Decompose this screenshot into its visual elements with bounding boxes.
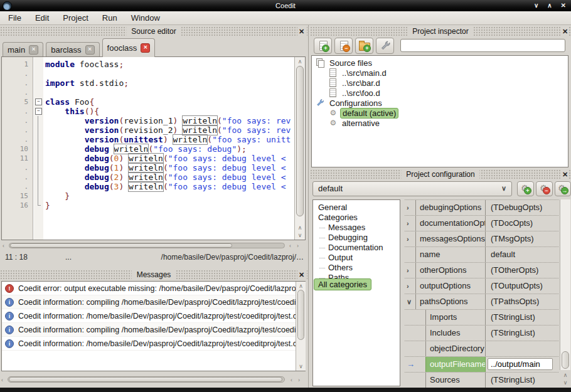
scroll-left-icon[interactable]: ‹ [3, 243, 4, 249]
add-file-button[interactable]: + [314, 38, 332, 54]
menu-project[interactable]: Project [56, 11, 95, 24]
collapsed-arrow-icon[interactable]: › [407, 216, 415, 231]
messages-vertical-scrollbar[interactable]: ∧ ∨ [296, 282, 306, 371]
config-row-otherOptions[interactable]: ›otherOptions(TOtherOpts) [405, 263, 558, 278]
scrollbar-thumb[interactable] [296, 66, 304, 216]
tab-fooclass[interactable]: fooclass✕ [102, 38, 156, 57]
category-categories[interactable]: Categories [313, 213, 400, 223]
close-icon[interactable]: ✕ [561, 170, 569, 179]
title-bar[interactable]: Coedit ∨ ∧ ✕ [0, 0, 571, 11]
config-row-name[interactable]: namedefault [405, 247, 558, 263]
scroll-up-icon[interactable]: ∧ [296, 283, 306, 289]
output-filename-input[interactable] [488, 358, 553, 370]
scrollbar-thumb[interactable] [9, 377, 282, 382]
scroll-down-icon[interactable]: ∨ [295, 232, 305, 238]
config-row-Sources[interactable]: Sources(TStringList) [405, 373, 558, 388]
scrollbar-thumb[interactable] [297, 290, 304, 340]
config-row-Includes[interactable]: Includes(TStringList) [405, 326, 558, 341]
editor-vertical-scrollbar[interactable]: ∧ ∧ ∨ [294, 57, 305, 240]
config-row-outputFilename[interactable]: →outputFilename [405, 357, 558, 373]
code-editor[interactable]: 1...5....1011...1516 −− module fooclass;… [1, 56, 306, 240]
close-icon[interactable]: ✕ [561, 0, 566, 11]
scroll-up-icon[interactable]: ∧ [295, 225, 305, 231]
editor-horizontal-scrollbar[interactable]: ‹ ‹ › [1, 241, 306, 250]
category-others[interactable]: Others [313, 263, 400, 273]
scroll-right-icon[interactable]: › [298, 377, 300, 383]
category-debugging[interactable]: Debugging [313, 233, 400, 243]
message-row[interactable]: iCoedit information: compiling /home/bas… [2, 295, 305, 309]
configuration-selector[interactable]: default ∨ [312, 181, 512, 196]
remove-file-button[interactable]: − [334, 38, 353, 54]
tab-main[interactable]: main✕ [3, 42, 43, 57]
fold-marker[interactable]: − [34, 107, 43, 116]
tree-item-configurations[interactable]: Configurations [312, 98, 568, 108]
tree-item--src-bar-d[interactable]: ..\src\bar.d [312, 78, 568, 88]
messages-list[interactable]: !Coedit error: output executable missing… [1, 281, 306, 371]
scrollbar-thumb[interactable] [10, 243, 232, 248]
fold-marker[interactable]: − [34, 97, 43, 107]
config-row-messagesOptions[interactable]: ›messagesOptions(TMsgOpts) [405, 231, 558, 247]
code-fold-column[interactable]: −− [34, 57, 43, 240]
add-config-button[interactable]: ⚙ + [517, 181, 534, 196]
menu-edit[interactable]: Edit [28, 11, 56, 24]
tab-close-icon[interactable]: ✕ [141, 43, 150, 53]
collapsed-arrow-icon[interactable]: › [407, 263, 415, 278]
minimize-icon[interactable]: ∨ [534, 0, 538, 11]
menu-window[interactable]: Window [124, 11, 167, 24]
tree-item-default-active-[interactable]: ⚙default (active) [312, 108, 568, 118]
collapsed-arrow-icon[interactable]: › [407, 231, 415, 246]
config-row-debugingOptions[interactable]: ›debugingOptions(TDebugOpts) [405, 200, 558, 216]
close-icon[interactable]: ✕ [561, 27, 569, 36]
config-row-outputOptions[interactable]: ›outputOptions(TOutputOpts) [405, 278, 558, 294]
config-row-documentationOptions[interactable]: ›documentationOptions(TDocOpts) [405, 216, 558, 231]
maximize-icon[interactable]: ∧ [547, 0, 552, 11]
clone-config-button[interactable]: ⚙ → [555, 181, 571, 196]
config-row-Imports[interactable]: Imports(TStringList) [405, 310, 558, 326]
scrollbar-thumb[interactable] [562, 351, 569, 369]
code-text-area[interactable]: module fooclass;import std.stdio;class F… [45, 60, 294, 240]
messages-horizontal-scrollbar[interactable]: ‹ ‹ › [0, 374, 306, 384]
config-row-pathsOptions[interactable]: ∨pathsOptions(TPathsOpts) [405, 294, 558, 310]
config-row-objectDirectory[interactable]: objectDirectory [405, 341, 558, 357]
project-inspector-tree[interactable]: Source files..\src\main.d..\src\bar.d..\… [311, 55, 568, 167]
add-folder-button[interactable]: + [355, 38, 373, 54]
project-settings-button[interactable] [376, 38, 394, 54]
tree-item--src-main-d[interactable]: ..\src\main.d [312, 68, 568, 78]
configuration-property-grid[interactable]: ›debugingOptions(TDebugOpts)›documentati… [405, 199, 558, 388]
panel-splitter[interactable] [308, 25, 309, 388]
option-categories-list[interactable]: GeneralCategoriesMessagesDebuggingDocume… [312, 199, 400, 386]
tab-close-icon[interactable]: ✕ [85, 45, 95, 55]
close-icon[interactable]: ✕ [297, 270, 306, 279]
all-categories-button[interactable]: All categories [314, 278, 371, 290]
scroll-up-icon[interactable]: ∧ [295, 58, 305, 65]
scroll-left-icon[interactable]: ‹ [291, 377, 292, 383]
tab-close-icon[interactable]: ✕ [29, 45, 38, 55]
scroll-left-icon[interactable]: ‹ [289, 243, 291, 249]
category-messages[interactable]: Messages [313, 223, 400, 233]
scroll-left-icon[interactable]: ‹ [1, 377, 3, 383]
collapsed-arrow-icon[interactable]: › [407, 278, 415, 294]
menu-run[interactable]: Run [95, 11, 124, 24]
scroll-right-icon[interactable]: › [297, 243, 299, 249]
inspector-filter-input[interactable] [400, 39, 565, 52]
tab-barclass[interactable]: barclass✕ [46, 42, 99, 57]
category-output[interactable]: Output [313, 253, 400, 263]
close-icon[interactable]: ✕ [297, 27, 306, 36]
scroll-down-icon[interactable]: ∨ [561, 379, 570, 386]
scroll-up-icon[interactable]: ∧ [561, 372, 570, 378]
tree-item-source-files[interactable]: Source files [312, 58, 568, 68]
category-general[interactable]: General [313, 203, 400, 213]
category-documentation[interactable]: Documentation [313, 243, 400, 253]
tree-item-alternative[interactable]: ⚙alternative [312, 118, 568, 128]
remove-config-button[interactable]: ⚙ − [536, 181, 553, 196]
message-row[interactable]: iCoedit information: /home/basile/Dev/pa… [2, 309, 305, 323]
menu-file[interactable]: File [1, 11, 28, 24]
scroll-down-icon[interactable]: ∨ [296, 363, 306, 369]
message-row[interactable]: iCoedit information: compiling /home/bas… [2, 323, 305, 337]
grid-vertical-scrollbar[interactable] [560, 199, 570, 370]
message-row[interactable]: !Coedit error: output executable missing… [2, 282, 305, 295]
message-row[interactable]: iCoedit information: /home/basile/Dev/pa… [2, 337, 305, 351]
expanded-arrow-icon[interactable]: ∨ [407, 294, 415, 309]
tree-item--src-foo-d[interactable]: ..\src\foo.d [312, 88, 568, 98]
collapsed-arrow-icon[interactable]: › [407, 200, 415, 215]
